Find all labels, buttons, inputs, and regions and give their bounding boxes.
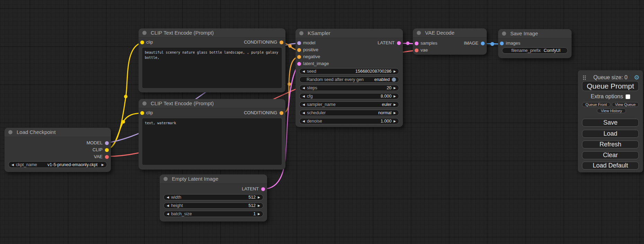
widget-scheduler[interactable]: ◀ scheduler normal ▶ [299, 110, 399, 116]
input-port-clip[interactable] [140, 111, 144, 115]
decrement-arrow-icon[interactable]: ◀ [167, 203, 169, 208]
output-port-clip[interactable] [105, 148, 109, 152]
queue-front-button[interactable]: Queue Front [582, 102, 610, 107]
node-titlebar[interactable]: Empty Latent Image [160, 174, 267, 184]
input-label: negative [303, 53, 320, 60]
widget-random-seed-toggle[interactable]: Random seed after every gen enabled [299, 76, 399, 83]
save-button[interactable]: Save [582, 119, 639, 127]
collapse-dot-icon[interactable] [8, 130, 12, 134]
load-default-button[interactable]: Load Default [582, 162, 639, 170]
widget-width[interactable]: ◀ width 512 ▶ [164, 194, 263, 200]
widget-sampler-name[interactable]: ◀ sampler_name euler ▶ [299, 101, 399, 108]
node-save-image[interactable]: Save Image images filename_prefix ComfyU… [498, 29, 572, 58]
toggle-knob[interactable] [392, 78, 396, 82]
collapse-dot-icon[interactable] [502, 31, 506, 36]
input-port-clip[interactable] [140, 40, 144, 44]
node-titlebar[interactable]: VAE Decode [413, 28, 487, 38]
wire-clip-to-negative-prompt[interactable] [107, 113, 142, 150]
decrement-arrow-icon[interactable]: ◀ [302, 110, 305, 116]
decrement-arrow-icon[interactable]: ◀ [302, 93, 305, 99]
node-titlebar[interactable]: KSampler [295, 29, 403, 38]
input-port-samples[interactable] [415, 42, 418, 45]
link-midpoint-dot[interactable] [491, 42, 494, 46]
increment-arrow-icon[interactable]: ▶ [394, 85, 396, 91]
refresh-button[interactable]: Refresh [582, 141, 639, 148]
widget-batch-size[interactable]: ◀ batch_size 1 ▶ [164, 211, 263, 217]
increment-arrow-icon[interactable]: ▶ [394, 93, 396, 99]
wire-clip-to-positive-prompt[interactable] [107, 43, 142, 150]
collapse-dot-icon[interactable] [142, 101, 147, 106]
node-titlebar[interactable]: CLIP Text Encode (Prompt) [139, 99, 285, 108]
link-midpoint-dot[interactable] [124, 95, 127, 98]
output-port-conditioning[interactable] [280, 111, 283, 115]
input-port-negative[interactable] [297, 55, 301, 59]
node-empty-latent-image[interactable]: Empty Latent Image LATENT ◀ width 512 ▶ … [160, 174, 267, 222]
widget-height[interactable]: ◀ height 512 ▶ [164, 202, 263, 209]
link-midpoint-dot[interactable] [122, 120, 125, 124]
decrement-arrow-icon[interactable]: ◀ [167, 195, 169, 200]
input-slot-negative: negative [295, 53, 403, 60]
extra-options-checkbox[interactable] [626, 94, 630, 99]
collapse-dot-icon[interactable] [142, 31, 147, 35]
load-button[interactable]: Load [582, 130, 639, 138]
output-port-vae[interactable] [105, 155, 109, 159]
widget-seed[interactable]: ◀ seed 156680208700286 ▶ [299, 68, 399, 74]
node-clip-text-encode-positive[interactable]: CLIP Text Encode (Prompt) clip CONDITION… [139, 28, 285, 92]
link-midpoint-dot[interactable] [288, 82, 291, 86]
collapse-dot-icon[interactable] [164, 177, 168, 181]
increment-arrow-icon[interactable]: ▶ [102, 162, 104, 168]
output-port-image[interactable] [481, 42, 485, 45]
increment-arrow-icon[interactable]: ▶ [394, 118, 396, 124]
widget-value: 512 [248, 195, 256, 200]
node-vae-decode[interactable]: VAE Decode samples IMAGE vae [413, 28, 487, 55]
node-load-checkpoint[interactable]: Load Checkpoint MODEL CLIP VAE ◀ ckpt_na… [5, 128, 111, 172]
node-titlebar[interactable]: Load Checkpoint [5, 128, 111, 137]
decrement-arrow-icon[interactable]: ◀ [302, 85, 305, 91]
queue-prompt-button[interactable]: Queue Prompt [582, 81, 639, 91]
increment-arrow-icon[interactable]: ▶ [258, 203, 260, 208]
input-port-positive[interactable] [297, 48, 301, 52]
prompt-textarea[interactable]: beautiful scenery nature glass bottle la… [142, 48, 282, 88]
link-midpoint-dot[interactable] [288, 44, 292, 48]
widget-label: cfg [307, 94, 313, 99]
increment-arrow-icon[interactable]: ▶ [258, 195, 260, 200]
node-titlebar[interactable]: Save Image [498, 29, 572, 38]
output-port-latent[interactable] [261, 187, 265, 191]
output-port-latent[interactable] [397, 41, 401, 45]
node-clip-text-encode-negative[interactable]: CLIP Text Encode (Prompt) clip CONDITION… [139, 99, 285, 170]
node-titlebar[interactable]: CLIP Text Encode (Prompt) [139, 28, 285, 38]
decrement-arrow-icon[interactable]: ◀ [11, 162, 14, 168]
decrement-arrow-icon[interactable]: ◀ [302, 102, 305, 107]
input-label: positive [303, 46, 318, 53]
decrement-arrow-icon[interactable]: ◀ [167, 211, 169, 217]
widget-filename-prefix[interactable]: filename_prefix ComfyUI [502, 47, 568, 54]
increment-arrow-icon[interactable]: ▶ [394, 102, 396, 107]
output-port-model[interactable] [105, 141, 109, 145]
graph-canvas[interactable]: { "canvas": {"background": "#232323"}, "… [0, 0, 644, 244]
widget-cfg[interactable]: ◀ cfg 8.000 ▶ [299, 93, 399, 99]
collapse-dot-icon[interactable] [417, 31, 421, 35]
input-port-model[interactable] [297, 41, 301, 45]
input-port-latent-image[interactable] [297, 62, 301, 66]
node-title: Save Image [510, 30, 538, 36]
input-port-vae[interactable] [415, 48, 418, 52]
collapse-dot-icon[interactable] [299, 31, 303, 35]
increment-arrow-icon[interactable]: ▶ [394, 69, 396, 74]
increment-arrow-icon[interactable]: ▶ [258, 211, 260, 217]
view-queue-button[interactable]: View Queue [612, 102, 639, 107]
widget-value: 512 [248, 203, 256, 208]
widget-steps[interactable]: ◀ steps 20 ▶ [299, 85, 399, 91]
settings-gear-icon[interactable]: ⚙ [634, 74, 639, 81]
decrement-arrow-icon[interactable]: ◀ [302, 69, 305, 74]
widget-denoise[interactable]: ◀ denoise 1.000 ▶ [299, 118, 399, 124]
decrement-arrow-icon[interactable]: ◀ [302, 118, 305, 124]
input-port-images[interactable] [500, 42, 504, 45]
increment-arrow-icon[interactable]: ▶ [394, 110, 396, 116]
output-port-conditioning[interactable] [280, 40, 283, 44]
widget-ckpt-name[interactable]: ◀ ckpt_name v1-5-pruned-emaonly.ckpt ▶ [8, 161, 107, 168]
clear-button[interactable]: Clear [582, 151, 639, 159]
node-ksampler[interactable]: KSampler model LATENT positive negative … [295, 29, 403, 127]
prompt-textarea[interactable]: text, watermark [142, 118, 282, 165]
link-midpoint-dot[interactable] [406, 42, 409, 45]
view-history-button[interactable]: View History [597, 108, 626, 113]
